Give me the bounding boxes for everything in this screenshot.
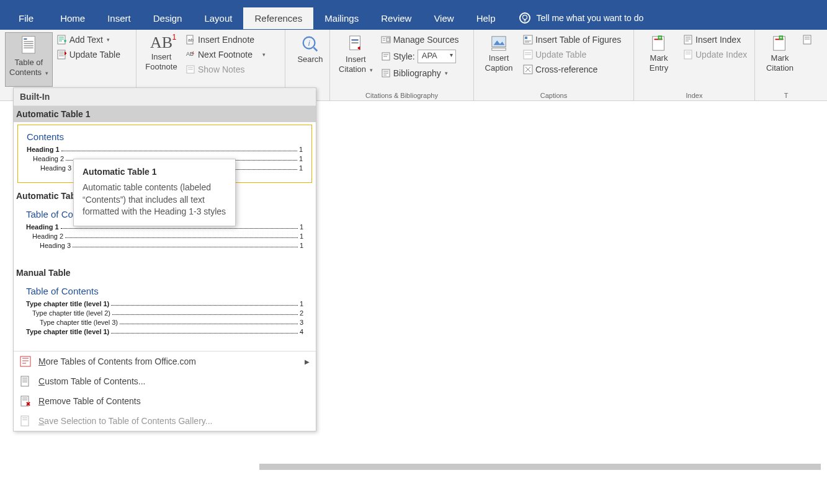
custom-toc-button[interactable]: Custom Table of Contents... xyxy=(14,371,316,391)
lightbulb-icon xyxy=(519,12,530,24)
insert-endnote-button[interactable]: ab Insert Endnote xyxy=(184,33,267,46)
svg-rect-40 xyxy=(21,376,29,386)
tab-insert[interactable]: Insert xyxy=(96,7,142,29)
update-table-button[interactable]: Update Table xyxy=(55,48,122,61)
endnote-icon: ab xyxy=(186,35,195,45)
toc-icon xyxy=(20,35,37,56)
svg-rect-25 xyxy=(492,48,506,50)
insert-citation-button[interactable]: Insert Citation ▾ xyxy=(335,32,377,87)
next-footnote-button[interactable]: AB1 Next Footnote▾ xyxy=(184,48,267,61)
svg-rect-27 xyxy=(525,37,527,39)
office-icon xyxy=(20,356,31,367)
svg-rect-42 xyxy=(21,416,29,426)
update-figures-icon xyxy=(523,50,533,60)
gallery-item-manual[interactable]: Manual Table Table of Contents Type chap… xyxy=(14,265,316,346)
tab-home[interactable]: Home xyxy=(49,7,96,29)
update-table-icon xyxy=(57,50,67,60)
svg-rect-23 xyxy=(492,37,506,47)
tab-file[interactable]: File xyxy=(12,7,49,29)
svg-rect-20 xyxy=(387,38,390,42)
save-gallery-icon xyxy=(20,415,31,427)
table-of-contents-button[interactable]: Table of Contents ▾ xyxy=(5,32,53,87)
svg-rect-4 xyxy=(24,43,34,44)
add-text-icon xyxy=(57,35,67,45)
caption-icon xyxy=(490,35,507,52)
mark-citation-button[interactable]: Mark Citation xyxy=(760,32,800,87)
group-label: T xyxy=(755,89,817,100)
svg-rect-3 xyxy=(24,41,34,42)
insert-index-icon xyxy=(683,35,693,45)
update-figures-button: Update Table xyxy=(521,48,623,61)
group-label: Index xyxy=(634,89,754,100)
group-label: Citations & Bibliography xyxy=(330,89,473,100)
mark-citation-icon xyxy=(771,35,789,52)
tab-review[interactable]: Review xyxy=(370,7,422,29)
bibliography-icon xyxy=(381,68,391,78)
show-notes-icon xyxy=(186,64,195,74)
manage-sources-icon xyxy=(381,35,391,45)
ribbon-tabs: File Home Insert Design Layout Reference… xyxy=(0,6,827,30)
more-toc-button[interactable]: More Tables of Contents from Office.com … xyxy=(14,351,316,371)
manage-sources-button[interactable]: Manage Sources xyxy=(379,33,461,46)
insert-table-of-figures-button[interactable]: Insert Table of Figures xyxy=(521,33,623,46)
svg-rect-33 xyxy=(684,35,692,44)
update-index-button: Update Index xyxy=(681,48,749,61)
remove-toc-icon xyxy=(20,396,31,407)
search-icon: i xyxy=(301,35,320,53)
tooltip: Automatic Table 1 Automatic table conten… xyxy=(73,159,236,226)
insert-footnote-button[interactable]: AB1 Insert Footnote xyxy=(141,32,181,87)
bibliography-button[interactable]: Bibliography▾ xyxy=(379,67,461,79)
svg-rect-18 xyxy=(352,42,359,43)
citation-style-row: Style: APA xyxy=(379,48,461,64)
svg-rect-34 xyxy=(684,50,692,59)
insert-authorities-icon[interactable] xyxy=(802,35,812,45)
mark-entry-icon xyxy=(650,35,668,52)
insert-index-button[interactable]: Insert Index xyxy=(681,33,749,46)
tab-design[interactable]: Design xyxy=(142,7,194,29)
citation-style-select[interactable]: APA xyxy=(418,50,456,63)
show-notes-button: Show Notes xyxy=(184,63,267,76)
mark-entry-button[interactable]: Mark Entry xyxy=(639,32,679,87)
style-icon xyxy=(381,51,391,61)
citation-icon xyxy=(347,35,364,53)
custom-toc-icon xyxy=(20,376,31,387)
figures-icon xyxy=(523,35,533,45)
update-index-icon xyxy=(683,50,693,60)
remove-toc-button[interactable]: Remove Table of Contents xyxy=(14,391,316,411)
svg-rect-6 xyxy=(24,48,34,48)
next-footnote-icon: AB1 xyxy=(186,50,195,60)
svg-text:ab: ab xyxy=(188,37,194,43)
tab-references[interactable]: References xyxy=(243,7,313,29)
group-label: Captions xyxy=(474,89,633,100)
tab-layout[interactable]: Layout xyxy=(193,7,243,29)
svg-rect-17 xyxy=(352,40,359,41)
svg-text:1: 1 xyxy=(192,51,195,55)
insert-caption-button[interactable]: Insert Caption xyxy=(479,32,519,87)
cross-reference-button[interactable]: Cross-reference xyxy=(521,63,623,76)
svg-text:i: i xyxy=(308,38,311,48)
svg-point-0 xyxy=(522,15,527,19)
add-text-button[interactable]: Add Text▾ xyxy=(55,33,122,46)
footnote-icon: AB1 xyxy=(150,35,172,51)
svg-rect-39 xyxy=(20,356,30,366)
tab-view[interactable]: View xyxy=(422,7,465,29)
toc-gallery-dropdown: Built-In Automatic Table 1 Contents Head… xyxy=(13,87,316,431)
svg-rect-2 xyxy=(24,38,27,40)
cross-ref-icon xyxy=(523,64,533,74)
search-button[interactable]: i Search xyxy=(290,32,330,87)
tab-mailings[interactable]: Mailings xyxy=(313,7,370,29)
svg-rect-8 xyxy=(58,50,65,59)
tell-me-search[interactable]: Tell me what you want to do xyxy=(519,12,644,24)
svg-rect-7 xyxy=(58,35,65,44)
svg-rect-38 xyxy=(803,35,811,44)
svg-rect-5 xyxy=(24,45,34,46)
save-selection-button: Save Selection to Table of Contents Gall… xyxy=(14,411,316,431)
tab-help[interactable]: Help xyxy=(465,7,507,29)
gallery-section-header: Built-In xyxy=(14,88,316,106)
